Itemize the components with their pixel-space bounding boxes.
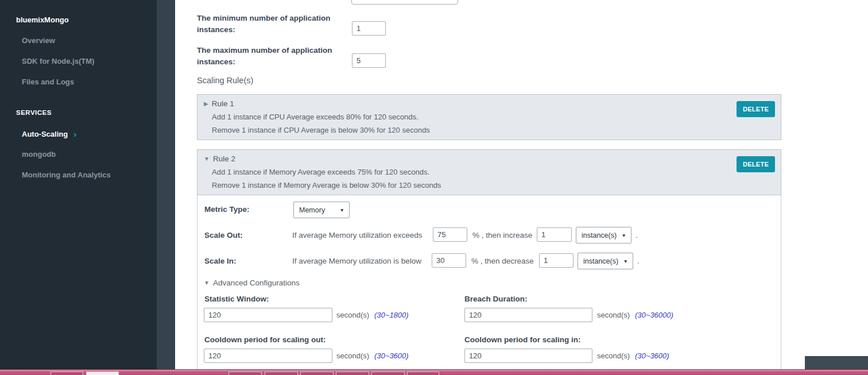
sidebar-item-sdk-nodejs[interactable]: SDK for Node.js(TM) — [22, 57, 94, 65]
rule-1-toggle[interactable]: ▶Rule 1 — [204, 99, 234, 108]
partial-input-top[interactable] — [351, 0, 458, 5]
rule-1-title: Rule 1 — [212, 99, 234, 108]
statistic-window-label: Statistic Window: — [204, 295, 269, 303]
cooldown-out-input[interactable] — [204, 349, 332, 363]
rule-1-summary-line-1: Add 1 instance if CPU Average exceeds 80… — [212, 113, 418, 121]
taskbar-button[interactable] — [336, 372, 369, 375]
scale-out-label: Scale Out: — [204, 231, 243, 239]
sidebar-item-overview[interactable]: Overview — [22, 36, 55, 45]
metric-type-value: Memory — [299, 206, 325, 214]
cooldown-in-input[interactable] — [464, 349, 592, 363]
advanced-configurations-toggle[interactable]: ▼Advanced Configurations — [204, 279, 300, 287]
delete-rule-2-button[interactable]: DELETE — [737, 156, 775, 172]
rule-1-box: ▶Rule 1 Add 1 instance if CPU Average ex… — [197, 94, 781, 140]
breach-duration-range: (30~36000) — [635, 311, 673, 319]
sidebar-item-mongodb[interactable]: mongodb — [22, 150, 56, 158]
chevron-right-icon: › — [73, 129, 76, 139]
scale-out-unit-select[interactable]: instance(s) ▼ — [576, 227, 631, 243]
cooldown-out-range: (30~3600) — [374, 351, 409, 360]
triangle-collapsed-icon: ▶ — [204, 100, 208, 107]
statistic-window-unit: second(s) — [336, 311, 369, 319]
rule-2-box: ▼Rule 2 Add 1 instance if Memory Average… — [197, 149, 781, 195]
delete-rule-1-button[interactable]: DELETE — [737, 101, 775, 117]
scale-out-middle-text: % , then increase — [472, 231, 532, 239]
scale-out-sentence: If average Memory utilization exceeds — [292, 231, 423, 239]
caret-down-icon: ▼ — [623, 258, 628, 264]
scale-in-label: Scale In: — [204, 257, 237, 265]
advanced-configurations-label: Advanced Configurations — [213, 279, 300, 287]
rule-2-detail-panel: Metric Type: Memory ▼ Scale Out: If aver… — [197, 195, 781, 369]
scale-in-threshold-input[interactable] — [432, 253, 466, 268]
sidebar-item-files-and-logs[interactable]: Files and Logs — [22, 78, 74, 86]
desktop-fragment — [805, 356, 868, 369]
caret-down-icon: ▼ — [622, 233, 626, 238]
breach-duration-input[interactable] — [464, 308, 592, 322]
scale-in-suffix: . — [637, 257, 640, 265]
scale-in-step-input[interactable] — [539, 253, 574, 268]
max-instances-label: The maximum number of application instan… — [197, 45, 334, 67]
caret-down-icon: ▼ — [340, 207, 344, 213]
cooldown-in-label: Cooldown period for scaling in: — [464, 335, 581, 344]
breach-duration-label: Breach Duration: — [464, 295, 528, 303]
statistic-window-input[interactable] — [204, 308, 332, 322]
scale-in-sentence: If average Memory utilization is below — [292, 257, 421, 265]
taskbar-button[interactable] — [51, 372, 83, 375]
min-instances-input[interactable] — [352, 21, 386, 36]
scale-out-step-input[interactable] — [537, 227, 572, 242]
taskbar-button[interactable] — [300, 372, 334, 375]
cooldown-in-unit: second(s) — [597, 351, 630, 360]
taskbar-button[interactable] — [407, 372, 439, 375]
scale-out-unit-value: instance(s) — [582, 231, 617, 239]
metric-type-label: Metric Type: — [204, 205, 250, 214]
max-instances-input[interactable] — [352, 53, 386, 68]
min-instances-label: The minimum number of application instan… — [197, 13, 334, 35]
taskbar-button[interactable] — [371, 372, 405, 375]
scale-in-unit-value: instance(s) — [583, 257, 618, 265]
scale-in-unit-select[interactable]: instance(s) ▼ — [578, 253, 633, 269]
scale-in-middle-text: % , then decrease — [471, 257, 534, 265]
taskbar-button[interactable] — [228, 372, 262, 375]
breach-duration-unit: second(s) — [597, 311, 630, 319]
rule-2-summary-line-2: Remove 1 instance if Memory Average is b… — [212, 181, 441, 190]
taskbar-button[interactable] — [265, 372, 298, 375]
sidebar-item-label: Auto-Scaling — [22, 130, 68, 138]
cooldown-out-unit: second(s) — [336, 351, 369, 360]
app-title: bluemixMongo — [16, 16, 69, 24]
scaling-rules-heading: Scaling Rule(s) — [197, 76, 253, 85]
cooldown-out-label: Cooldown period for scaling out: — [204, 335, 326, 344]
sidebar — [0, 0, 157, 369]
rule-2-title: Rule 2 — [213, 154, 235, 163]
cooldown-in-range: (30~3600) — [635, 351, 669, 360]
sidebar-edge-strip — [157, 0, 175, 369]
sidebar-item-auto-scaling[interactable]: Auto-Scaling› — [22, 129, 76, 139]
statistic-window-range: (30~1800) — [374, 311, 409, 319]
rule-2-summary-line-1: Add 1 instance if Memory Average exceeds… — [212, 168, 429, 176]
sidebar-section-services: SERVICES — [16, 109, 52, 116]
scale-out-threshold-input[interactable] — [433, 227, 467, 242]
triangle-expanded-icon: ▼ — [204, 156, 210, 162]
metric-type-select[interactable]: Memory ▼ — [293, 202, 350, 218]
rule-1-summary-line-2: Remove 1 instance if CPU Average is belo… — [212, 126, 430, 134]
triangle-expanded-icon: ▼ — [204, 280, 210, 286]
rule-2-toggle[interactable]: ▼Rule 2 — [204, 154, 235, 163]
sidebar-item-monitoring-analytics[interactable]: Monitoring and Analytics — [22, 171, 111, 179]
taskbar — [0, 369, 868, 375]
taskbar-button-active[interactable] — [86, 372, 119, 375]
scale-out-suffix: . — [636, 231, 638, 239]
